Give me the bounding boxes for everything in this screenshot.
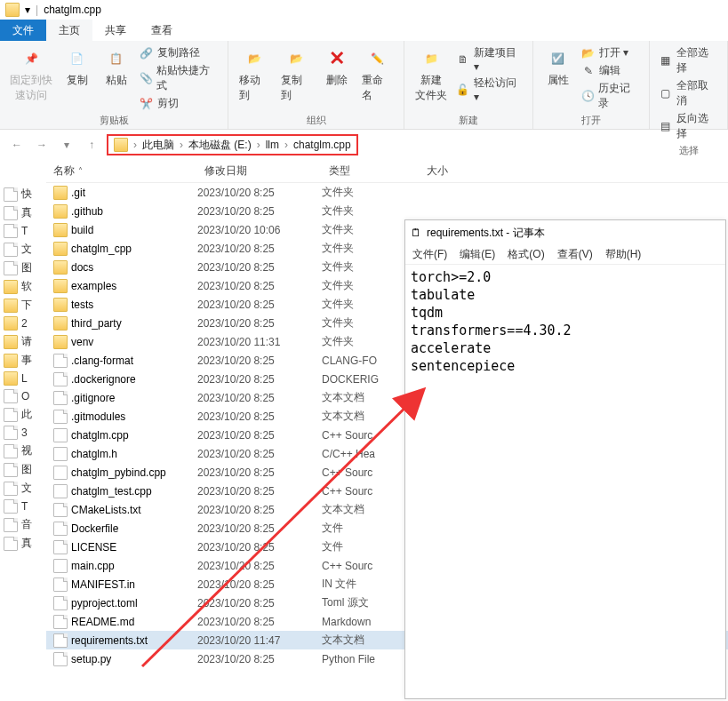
sidebar-item[interactable]: 请 [0,332,46,351]
invert-selection-button[interactable]: ▤反向选择 [657,110,720,142]
sidebar-item[interactable]: T [0,222,46,240]
copy-path-button[interactable]: 🔗复制路径 [138,44,221,61]
chevron-right-icon[interactable]: › [132,139,139,151]
forward-button[interactable]: → [32,135,52,155]
sidebar-item[interactable]: 此 [0,405,46,424]
menu-format[interactable]: 格式(O) [508,247,544,262]
file-date: 2023/10/20 11:47 [197,634,322,647]
easy-access-button[interactable]: 🔓轻松访问 ▾ [454,75,525,104]
sidebar-item-label: T [21,225,28,237]
file-name: Dockerfile [71,522,118,535]
sidebar-item[interactable]: 3 [0,424,46,442]
open-button[interactable]: 📂打开 ▾ [580,44,642,61]
paste-shortcut-button[interactable]: 📎粘贴快捷方式 [138,62,221,94]
copy-button[interactable]: 📄复制 [60,44,95,90]
file-date: 2023/10/20 8:25 [197,205,322,218]
history-button[interactable]: 🕓历史记录 [580,80,642,112]
properties-button[interactable]: ☑️属性 [540,44,576,90]
nav-sidebar[interactable]: 快真T文图软下2请事LO此3视图文T音真 [0,160,46,701]
menu-view[interactable]: 查看(V) [557,247,593,262]
sidebar-item[interactable]: L [0,370,46,387]
edit-button[interactable]: ✎编辑 [580,62,642,79]
sidebar-item-label: 3 [21,426,28,439]
sidebar-item[interactable]: 文 [0,479,46,498]
sort-caret-icon: ˄ [75,166,83,176]
sidebar-item[interactable]: 图 [0,460,46,479]
sidebar-item[interactable]: O [0,387,46,405]
menu-edit[interactable]: 编辑(E) [460,247,495,262]
file-date: 2023/10/20 8:25 [197,578,322,591]
breadcrumb-dir1[interactable]: llm [266,139,279,151]
sidebar-item-label: 文 [21,242,32,257]
cut-button[interactable]: ✂️剪切 [138,95,221,112]
folder-icon [53,260,68,275]
move-to-button[interactable]: 📂移动到 [236,44,274,105]
notepad-body[interactable]: torch>=2.0 tabulate tqdm transformers==4… [405,265,725,378]
folder-icon [53,279,68,293]
folder-icon [114,138,128,152]
file-date: 2023/10/20 8:25 [197,392,322,404]
file-name: MANIFEST.in [71,578,135,591]
select-none-button[interactable]: ▢全部取消 [657,77,720,109]
tab-view[interactable]: 查看 [139,20,185,41]
back-button[interactable]: ← [7,135,27,155]
sidebar-item[interactable]: 真 [0,203,46,222]
rename-button[interactable]: ✏️重命名 [358,44,396,105]
file-row[interactable]: .git2023/10/20 8:25文件夹 [46,183,728,202]
file-name: chatglm.cpp [71,429,129,442]
breadcrumb[interactable]: › 此电脑 › 本地磁盘 (E:) › llm › chatglm.cpp [107,134,358,155]
sidebar-item[interactable]: 下 [0,296,46,315]
header-type[interactable]: 类型 [322,163,420,179]
file-icon [53,410,68,424]
header-name[interactable]: 名称˄ [46,163,197,179]
file-name: LICENSE [71,541,116,554]
sidebar-item[interactable]: 音 [0,515,46,534]
file-icon [53,391,68,405]
new-item-button[interactable]: 🗎新建项目 ▾ [454,44,525,74]
tab-file[interactable]: 文件 [0,20,46,41]
tab-share[interactable]: 共享 [92,20,139,41]
sidebar-item[interactable]: 视 [0,442,46,460]
sidebar-item[interactable]: 文 [0,240,46,259]
folder-icon [4,316,18,331]
file-row[interactable]: .github2023/10/20 8:25文件夹 [46,202,728,220]
chevron-right-icon[interactable]: › [178,139,185,151]
file-name: .git [71,187,85,199]
folder-icon [53,204,68,219]
sidebar-item[interactable]: 真 [0,534,46,553]
pin-button[interactable]: 📌固定到快 速访问 [7,44,56,105]
breadcrumb-dir2[interactable]: chatglm.cpp [293,139,351,151]
delete-button[interactable]: ✕删除 [319,44,355,90]
menu-help[interactable]: 帮助(H) [605,247,642,262]
breadcrumb-pc[interactable]: 此电脑 [142,138,174,153]
sidebar-item-label: T [21,500,28,513]
sidebar-item[interactable]: 软 [0,277,46,296]
header-size[interactable]: 大小 [420,163,473,179]
window-title: chatglm.cpp [44,4,101,16]
sidebar-item[interactable]: 事 [0,351,46,370]
menu-file[interactable]: 文件(F) [412,247,447,262]
breadcrumb-drive[interactable]: 本地磁盘 (E:) [188,138,252,153]
file-name: build [71,224,93,236]
separator: | [36,4,38,16]
select-all-button[interactable]: ▦全部选择 [657,44,720,76]
notepad-window[interactable]: 🗒 requirements.txt - 记事本 文件(F) 编辑(E) 格式(… [404,219,726,699]
chevron-right-icon[interactable]: › [283,139,290,151]
qat-save-icon[interactable]: ▾ [25,4,30,16]
sidebar-item[interactable]: 2 [0,315,46,332]
sidebar-item[interactable]: 图 [0,259,46,277]
up-button[interactable]: ↑ [82,135,101,155]
new-folder-button[interactable]: 📁新建 文件夹 [412,44,450,105]
sidebar-item[interactable]: 快 [0,185,46,203]
file-date: 2023/10/20 8:25 [197,373,322,386]
paste-button[interactable]: 📋粘贴 [99,44,134,90]
notepad-titlebar[interactable]: 🗒 requirements.txt - 记事本 [405,220,725,245]
sidebar-item[interactable]: T [0,498,46,515]
copy-to-button[interactable]: 📂复制到 [277,44,316,105]
tab-home[interactable]: 主页 [46,20,92,41]
sidebar-item-label: 下 [21,298,32,313]
chevron-right-icon[interactable]: › [255,139,262,151]
header-date[interactable]: 修改日期 [197,163,322,179]
recent-button[interactable]: ▾ [57,135,76,155]
file-name: chatglm_test.cpp [71,485,152,498]
